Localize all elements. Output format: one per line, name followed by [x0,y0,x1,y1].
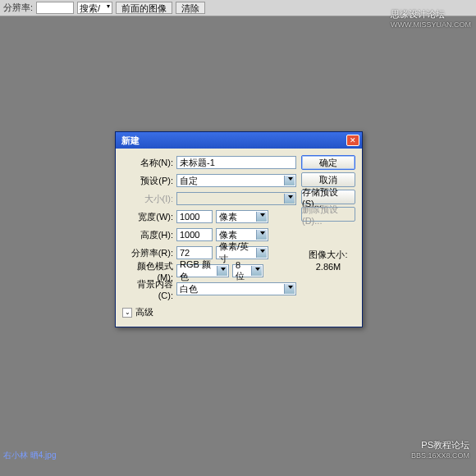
cancel-button[interactable]: 取消 [301,172,355,187]
watermark-top: 思缘设计论坛 WWW.MISSYUAN.COM [391,8,471,29]
watermark-bottom-right: PS教程论坛 BBS.16XX8.COM [411,439,469,460]
height-input[interactable] [176,228,213,241]
chevron-down-icon[interactable]: ⌄ [122,308,132,318]
dialog-titlebar[interactable]: 新建 ✕ [116,132,362,149]
height-unit-select[interactable]: 像素 [216,228,268,241]
image-size-info: 图像大小: 2.86M [301,249,355,274]
background-select[interactable]: 白色 [176,282,296,295]
prev-image-button[interactable]: 前面的图像 [116,2,172,14]
height-label: 高度(H): [122,229,173,241]
width-unit-select[interactable]: 像素 [216,210,268,223]
dialog-title: 新建 [118,135,346,147]
close-icon[interactable]: ✕ [346,135,359,146]
resolution-input[interactable] [36,2,74,14]
watermark-bottom-left: 右小林 晒4.jpg [3,450,56,461]
background-label: 背景内容(C): [122,278,173,300]
name-input[interactable] [176,156,296,169]
bit-depth-select[interactable]: 8 位 [232,264,263,277]
resolution-input-dlg[interactable] [176,246,213,259]
resolution-unit-select[interactable]: 像素/英寸 [216,246,268,259]
width-input[interactable] [176,210,213,223]
size-select [176,192,296,205]
clear-button[interactable]: 清除 [176,2,205,14]
save-preset-button[interactable]: 存储预设(S)... [301,190,355,204]
resolution-label: 分辨率: [3,2,33,14]
advanced-label: 高级 [135,306,153,318]
color-mode-select[interactable]: RGB 颜色 [176,264,229,277]
search-dropdown[interactable]: 搜索/ [77,2,112,14]
size-label: 大小(I): [122,193,173,205]
width-label: 宽度(W): [122,211,173,223]
new-document-dialog: 新建 ✕ 名称(N): 预设(P): 自定 大小(I): 宽度(W): 像素 [115,131,363,327]
preset-label: 预设(P): [122,175,173,187]
delete-preset-button: 删除预设(D)... [301,207,355,222]
ok-button[interactable]: 确定 [301,155,355,170]
preset-select[interactable]: 自定 [176,174,296,187]
name-label: 名称(N): [122,157,173,169]
resolution-label-dlg: 分辨率(R): [122,247,173,259]
